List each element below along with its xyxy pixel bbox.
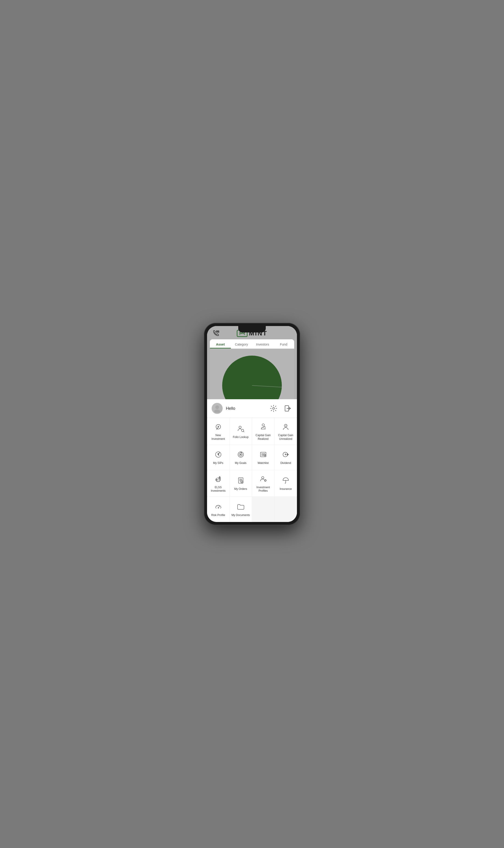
svg-point-41	[262, 477, 264, 479]
svg-point-7	[215, 405, 219, 409]
menu-label-my-sips: My SIPs	[213, 461, 223, 465]
menu-label-risk-profile: Risk Profile	[211, 513, 225, 517]
menu-item-empty-1	[252, 497, 274, 522]
chart-area	[210, 349, 294, 399]
menu-item-risk-profile[interactable]: Risk Profile	[207, 497, 230, 522]
tab-category[interactable]: Category	[231, 339, 252, 349]
menu-item-my-documents[interactable]: My Documents	[230, 497, 252, 522]
svg-point-5	[222, 356, 282, 399]
menu-label-my-orders: My Orders	[234, 487, 247, 491]
svg-point-32	[219, 477, 220, 477]
elss-piggy-icon: ELSS	[214, 474, 223, 483]
menu-label-investment-profiles: Investment Profiles	[254, 486, 272, 493]
folder-icon	[236, 502, 245, 511]
settings-button[interactable]	[269, 404, 278, 413]
umbrella-icon	[281, 476, 290, 485]
tab-asset[interactable]: Asset	[210, 339, 231, 349]
phone-screen: MINT Asset Category Investors	[207, 326, 297, 522]
svg-point-3	[218, 331, 218, 332]
menu-label-dividend: Dividend	[281, 461, 291, 465]
menu-label-folio-lookup: Folio Lookup	[233, 436, 249, 439]
phone-frame: MINT Asset Category Investors	[204, 323, 300, 525]
menu-item-my-sips[interactable]: ₹ My SIPs	[207, 445, 230, 470]
tabs-bar: Asset Category Investors Fund	[210, 339, 294, 349]
rupee-circle-icon: ₹	[214, 450, 223, 459]
chart-person-icon	[259, 422, 268, 431]
menu-label-new-investment: New Investment	[209, 434, 228, 441]
menu-label-capital-gain-unrealized: Capital Gain Unrealized	[276, 434, 295, 441]
menu-item-capital-gain-unrealized[interactable]: ₹ Capital Gain Unrealized	[274, 418, 297, 445]
person-search-icon	[236, 424, 245, 433]
menu-label-watchlist: Watchlist	[257, 461, 269, 465]
menu-item-folio-lookup[interactable]: Folio Lookup	[230, 418, 252, 445]
orders-check-icon	[236, 476, 245, 485]
svg-point-14	[262, 424, 264, 426]
menu-item-investment-profiles[interactable]: Investment Profiles	[252, 470, 274, 497]
phone-chat-icon[interactable]	[212, 329, 220, 337]
pie-chart	[220, 353, 284, 399]
svg-line-49	[219, 506, 220, 506]
person-gear-icon	[259, 474, 268, 483]
user-row: Hello	[207, 399, 297, 418]
drawer-panel: Hello	[207, 399, 297, 522]
menu-item-my-goals[interactable]: My Goals	[230, 445, 252, 470]
tab-investors[interactable]: Investors	[252, 339, 273, 349]
svg-point-45	[218, 508, 219, 509]
svg-point-1	[217, 331, 217, 332]
menu-item-dividend[interactable]: ₹ Dividend	[274, 445, 297, 470]
menu-label-my-documents: My Documents	[231, 513, 250, 517]
top-section: MINT Asset Category Investors	[207, 326, 297, 399]
menu-item-capital-gain-realized[interactable]: Capital Gain Realized	[252, 418, 274, 445]
menu-item-empty-2	[274, 497, 297, 522]
avatar	[212, 403, 223, 414]
menu-label-my-goals: My Goals	[235, 461, 247, 465]
menu-grid: New Investment Folio Lookup Capital Gain…	[207, 418, 297, 522]
menu-label-elss-investments: ELSS Investments	[209, 486, 228, 493]
svg-line-46	[216, 508, 216, 509]
hands-coin-icon: ₹	[281, 422, 290, 431]
menu-item-new-investment[interactable]: New Investment	[207, 418, 230, 445]
svg-point-12	[239, 426, 241, 428]
logout-button[interactable]	[283, 404, 292, 413]
greeting-text: Hello	[226, 406, 264, 411]
menu-label-capital-gain-realized: Capital Gain Realized	[254, 434, 272, 441]
list-check-icon	[259, 450, 268, 459]
rupee-arrow-icon: ₹	[281, 450, 290, 459]
menu-item-insurance[interactable]: Insurance	[274, 470, 297, 497]
notch	[238, 326, 266, 333]
svg-line-50	[220, 508, 221, 509]
svg-point-8	[214, 409, 220, 413]
menu-label-insurance: Insurance	[280, 487, 292, 491]
svg-text:₹: ₹	[285, 425, 286, 427]
menu-item-my-orders[interactable]: My Orders	[230, 470, 252, 497]
svg-point-2	[217, 331, 218, 332]
plant-coin-icon	[214, 422, 223, 431]
svg-point-22	[240, 454, 241, 455]
svg-point-9	[273, 407, 274, 409]
svg-line-47	[217, 506, 217, 506]
menu-item-elss-investments[interactable]: ELSS ELSS Investments	[207, 470, 230, 497]
speedometer-icon	[214, 502, 223, 511]
tab-fund[interactable]: Fund	[273, 339, 294, 349]
target-icon	[236, 450, 245, 459]
menu-item-watchlist[interactable]: Watchlist	[252, 445, 274, 470]
